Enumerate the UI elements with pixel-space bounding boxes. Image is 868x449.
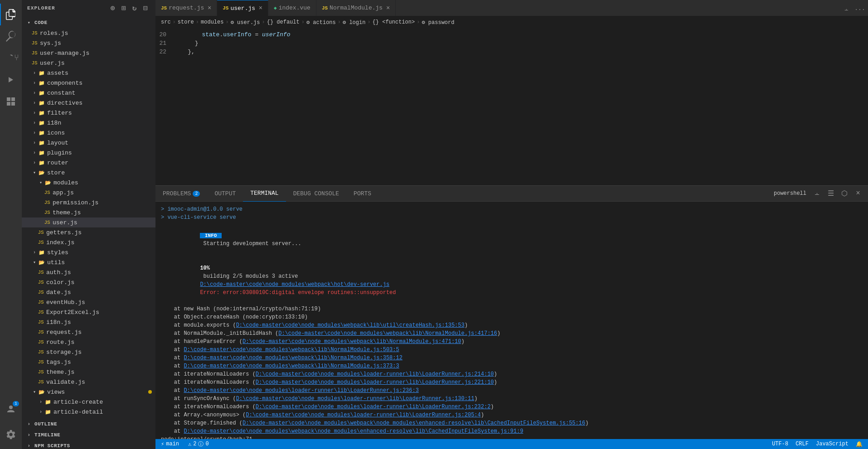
section-code[interactable]: CODE: [22, 17, 155, 28]
tree-item-modules[interactable]: 📂 modules: [22, 178, 155, 188]
tree-item-route-js[interactable]: JS route.js: [22, 337, 155, 347]
tree-item-styles[interactable]: 📁 styles: [22, 247, 155, 257]
tab-label: request.js: [169, 5, 204, 11]
tree-item-tags-js[interactable]: JS tags.js: [22, 357, 155, 367]
folder-icon: 📁: [38, 249, 45, 256]
panel-tab-problems[interactable]: PROBLEMS 2: [155, 186, 207, 202]
activity-bar-run[interactable]: [0, 69, 22, 91]
tree-item-filters[interactable]: 📁 filters: [22, 108, 155, 118]
folder-icon: 📁: [38, 159, 45, 166]
tree-item-request-js[interactable]: JS request.js: [22, 327, 155, 337]
tree-item-layout[interactable]: 📁 layout: [22, 138, 155, 148]
tree-item-utils[interactable]: 📂 utils: [22, 257, 155, 267]
tab-label: index.vue: [279, 5, 310, 11]
terminal-content[interactable]: > imooc-admin@1.0.0 serve > vue-cli-serv…: [155, 202, 868, 439]
folder-arrow: [31, 388, 38, 396]
panel-close-btn[interactable]: ×: [852, 187, 864, 200]
status-encoding[interactable]: UTF-8: [770, 439, 790, 449]
tab-user-js[interactable]: JS user.js ×: [217, 0, 268, 16]
tree-item-article-create[interactable]: 📁 article-create: [22, 397, 155, 407]
refresh-btn[interactable]: ↻: [130, 4, 139, 13]
activity-bar-settings[interactable]: [0, 424, 22, 445]
tab-close-btn[interactable]: ×: [384, 5, 392, 12]
tree-item-views[interactable]: 📂 views: [22, 387, 155, 397]
panel-tab-terminal[interactable]: TERMINAL: [243, 186, 286, 202]
tree-item-icons[interactable]: 📁 icons: [22, 128, 155, 138]
breadcrumb-login[interactable]: ⚙ login: [343, 19, 365, 26]
terminal-line: at D:\code-master\code\node_modules\webp…: [161, 427, 863, 435]
tree-item-constant[interactable]: 📁 constant: [22, 88, 155, 98]
tree-item-components[interactable]: 📁 components: [22, 78, 155, 88]
tree-item-theme-js-modules[interactable]: JS theme.js: [22, 208, 155, 217]
breadcrumb-function[interactable]: {} <function>: [373, 19, 415, 25]
js-icon: JS: [44, 219, 51, 226]
section-outline[interactable]: OUTLINE: [22, 419, 155, 430]
panel-maximize-btn[interactable]: ⬡: [838, 187, 851, 200]
status-language[interactable]: JavaScript: [814, 439, 850, 449]
tree-item-getters-js[interactable]: JS getters.js: [22, 227, 155, 237]
tree-item-user-manage-js[interactable]: JS user-manage.js: [22, 48, 155, 58]
status-eol[interactable]: CRLF: [794, 439, 810, 449]
tree-item-plugins[interactable]: 📁 plugins: [22, 148, 155, 158]
tree-item-validate-js[interactable]: JS validate.js: [22, 377, 155, 387]
tab-close-btn[interactable]: ×: [257, 5, 264, 12]
panel-tab-debug[interactable]: DEBUG CONSOLE: [286, 186, 346, 202]
status-feedback[interactable]: 🔔: [854, 439, 864, 449]
activity-bar-accounts[interactable]: 1: [0, 398, 22, 420]
tree-item-index-js[interactable]: JS index.js: [22, 237, 155, 247]
tab-request-js[interactable]: JS request.js ×: [155, 0, 217, 16]
section-npm-scripts[interactable]: NPM SCRIPTS: [22, 440, 155, 449]
tree-item-store[interactable]: 📂 store: [22, 168, 155, 178]
tree-item-router[interactable]: 📁 router: [22, 158, 155, 168]
tab-index-vue[interactable]: ◆ index.vue: [268, 0, 316, 16]
status-errors[interactable]: ⚠ 2 ⓘ 0: [186, 439, 211, 449]
activity-bar-scm[interactable]: ⑂: [0, 47, 22, 69]
tab-close-btn[interactable]: ×: [206, 5, 213, 12]
activity-bar-explorer[interactable]: [0, 4, 22, 25]
tree-item-roles-js[interactable]: JS roles.js: [22, 28, 155, 38]
tab-NormalModule-js[interactable]: JS NormalModule.js ×: [316, 0, 396, 16]
tree-item-article-detail[interactable]: 📁 article-detail: [22, 407, 155, 417]
section-timeline[interactable]: TIMELINE: [22, 430, 155, 440]
tree-item-storage-js[interactable]: JS storage.js: [22, 347, 155, 357]
breadcrumb-modules[interactable]: modules: [201, 19, 223, 25]
tree-item-color-js[interactable]: JS color.js: [22, 277, 155, 287]
tree-item-theme-utils-js[interactable]: JS theme.js: [22, 367, 155, 377]
panel-tab-ports[interactable]: PORTS: [346, 186, 378, 202]
breadcrumb-actions[interactable]: ⚙ actions: [306, 19, 336, 26]
code-editor[interactable]: 20 state.userInfo = userInfo 21 } 22 },: [155, 29, 868, 185]
status-remote[interactable]: ⚡ main: [159, 439, 181, 449]
tree-item-directives[interactable]: 📁 directives: [22, 98, 155, 108]
activity-bar-extensions[interactable]: [0, 91, 22, 112]
tree-item-user-js-top[interactable]: JS user.js: [22, 58, 155, 68]
breadcrumb-default[interactable]: {} default: [267, 19, 300, 25]
tree-item-user-js-store[interactable]: JS user.js: [22, 217, 155, 227]
tree-item-i18n[interactable]: 📁 i18n: [22, 118, 155, 128]
tree-item-sys-js[interactable]: JS sys.js: [22, 38, 155, 48]
tree-item-permission-js[interactable]: JS permission.js: [22, 198, 155, 208]
tree-item-app-js[interactable]: JS app.js: [22, 188, 155, 198]
activity-bar-search[interactable]: [0, 25, 22, 47]
tree-item-i18n-js[interactable]: JS i18n.js: [22, 317, 155, 327]
breadcrumb-store[interactable]: store: [178, 19, 194, 25]
new-file-btn[interactable]: ⊕: [108, 4, 117, 13]
js-icon: JS: [44, 209, 51, 216]
terminal-split-btn[interactable]: ⫠: [811, 187, 824, 200]
collapse-all-btn[interactable]: ⊟: [141, 4, 150, 13]
new-folder-btn[interactable]: ⊞: [119, 4, 128, 13]
feedback-icon: 🔔: [856, 441, 863, 448]
tree-item-assets[interactable]: 📁 assets: [22, 68, 155, 78]
panel-tab-output[interactable]: OUTPUT: [207, 186, 243, 202]
tree-item-date-js[interactable]: JS date.js: [22, 287, 155, 297]
tree-item-eventHub-js[interactable]: JS eventHub.js: [22, 297, 155, 307]
terminal-list-btn[interactable]: ☰: [824, 187, 837, 200]
terminal-line: at runSyncOrAsync (D:\code-master\code\n…: [161, 395, 863, 403]
js-icon: JS: [37, 358, 44, 366]
tree-item-Export2Excel-js[interactable]: JS Export2Excel.js: [22, 307, 155, 317]
split-editor-btn[interactable]: ⫠: [840, 3, 853, 16]
more-actions-btn[interactable]: ···: [853, 3, 866, 16]
tree-item-auth-js[interactable]: JS auth.js: [22, 267, 155, 277]
breadcrumb-userjs[interactable]: ⚙ user.js: [231, 19, 260, 26]
breadcrumb-password[interactable]: ⚙ password: [422, 19, 454, 26]
breadcrumb-src[interactable]: src: [161, 19, 171, 25]
